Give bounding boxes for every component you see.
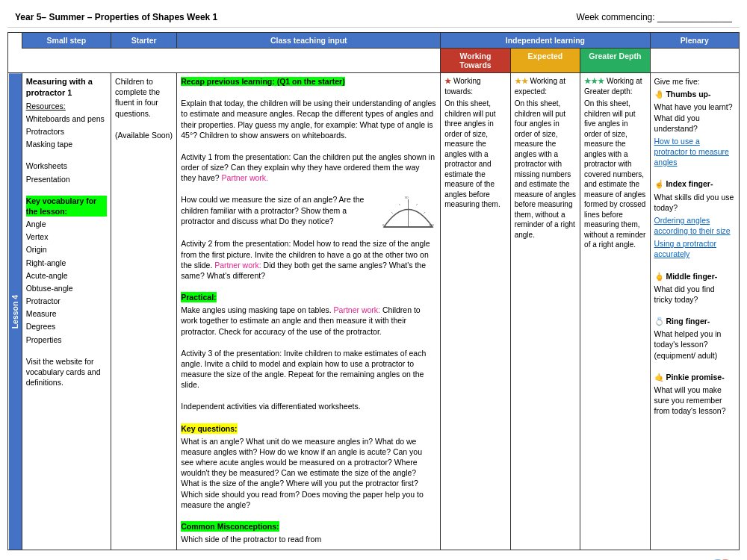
- common-mis-label: Common Misconceptions:: [181, 521, 279, 532]
- vocab-vertex: Vertex: [26, 231, 107, 242]
- svg-line-6: [416, 204, 418, 205]
- working-towards-cell: ★ Working towards: On this sheet, childr…: [441, 73, 510, 550]
- vocab-label: Key vocabulary for the lesson:: [26, 196, 107, 217]
- key-questions-label: Key questions:: [181, 423, 237, 434]
- ordering-link[interactable]: Ordering angles according to their size: [654, 216, 731, 235]
- col-header-ind-learning: Independent learning: [441, 33, 650, 49]
- activity3-text: Activity 3 of the presentation: Invite c…: [181, 348, 436, 391]
- how-to-link[interactable]: How to use a protractor to measure angle…: [654, 137, 729, 167]
- starter-text: Children to complete the fluent in four …: [115, 76, 173, 119]
- footer: www.masterthecurriculum.co.uk Master The…: [7, 550, 740, 560]
- index-text: What skills did you use today?: [654, 192, 735, 213]
- using-link[interactable]: Using a protractor accurately: [654, 239, 716, 258]
- week-commencing: Week commencing: _______________: [576, 12, 732, 22]
- top-header: Year 5– Summer – Properties of Shapes We…: [7, 7, 740, 28]
- footer-logo: Master The Curriculum: [624, 557, 737, 560]
- logo-svg: Master The Curriculum: [692, 557, 737, 560]
- main-table: Small step Starter Class teaching input …: [7, 32, 740, 550]
- starter-available: (Available Soon): [115, 130, 173, 140]
- partner-work-3: Partner work:: [334, 305, 380, 314]
- partner-work-1: Partner work.: [222, 173, 268, 182]
- expected-text: On this sheet, children will put four an…: [515, 99, 576, 240]
- activity2-text: Activity 2 from the presentation: Model …: [181, 238, 436, 281]
- resource-4: Worksheets: [26, 161, 107, 171]
- class-teaching-cell: Recap previous learning: (Q1 on the star…: [177, 73, 441, 550]
- pinkie-text: What will you make sure you remember fro…: [654, 385, 735, 417]
- resource-3: Masking tape: [26, 139, 107, 149]
- svg-line-4: [399, 204, 400, 205]
- resource-1: Whiteboards and pens: [26, 113, 107, 124]
- resource-5: Presentation: [26, 174, 107, 184]
- working-towards-text: On this sheet, children will put three a…: [444, 99, 506, 210]
- middle-emoji: 🖕: [654, 272, 664, 281]
- greater-depth-text: On this sheet, children will put five an…: [584, 99, 645, 250]
- svg-line-7: [424, 212, 425, 214]
- vocab-degrees: Degrees: [26, 321, 107, 332]
- vocab-origin: Origin: [26, 244, 107, 255]
- col-header-greater-depth: Greater Depth: [580, 49, 650, 73]
- col-header-expected: Expected: [510, 49, 580, 73]
- thumb-emoji: 🤚: [654, 90, 664, 99]
- svg-line-3: [391, 212, 393, 214]
- how-could-text: How could we measure the size of an angl…: [181, 194, 374, 226]
- common-mis-text: Which side of the protractor to read fro…: [181, 534, 436, 544]
- website-note: Visit the website for vocabulary cards a…: [26, 356, 107, 388]
- small-step-cell: Measuring with a protractor 1 Resources:…: [22, 73, 111, 550]
- give-five: Give me five:: [654, 76, 735, 87]
- index-label: Index finger-: [666, 179, 713, 188]
- col-header-working-towards: Working Towards: [441, 49, 510, 73]
- starter-cell: Children to complete the fluent in four …: [111, 73, 177, 550]
- ring-emoji: 💍: [654, 317, 664, 326]
- thumb-label: Thumbs up-: [666, 90, 710, 99]
- protractor-svg: 0 90 180: [380, 196, 436, 229]
- vocab-angle: Angle: [26, 219, 107, 229]
- col-header-starter: Starter: [111, 33, 177, 49]
- vocab-obtuse-angle: Obtuse-angle: [26, 283, 107, 293]
- expected-cell: ★★ Working at expected: On this sheet, c…: [510, 73, 580, 550]
- ring-label: Ring finger-: [666, 317, 710, 326]
- vocab-right-angle: Right-angle: [26, 258, 107, 268]
- key-questions-text: What is an angle? What unit do we measur…: [181, 436, 436, 510]
- pinkie-emoji: 🤙: [654, 373, 664, 382]
- resources-label: Resources:: [26, 101, 107, 111]
- pinkie-label: Pinkie promise-: [666, 373, 724, 382]
- greater-depth-cell: ★★★ Working at Greater depth: On this sh…: [580, 73, 650, 550]
- independent-text: Independent activities via differentiate…: [181, 401, 436, 411]
- vocab-protractor: Protractor: [26, 296, 107, 306]
- lesson-label: Lesson 4: [8, 73, 22, 550]
- working-towards-star: ★: [444, 77, 451, 85]
- expected-stars: ★★: [515, 77, 528, 85]
- col-header-plenary: Plenary: [650, 33, 739, 49]
- middle-label: Middle finger-: [666, 272, 717, 281]
- partner-work-2: Partner work:: [214, 261, 261, 270]
- thumb-text: What have you learnt? What did you under…: [654, 102, 735, 134]
- page-title: Year 5– Summer – Properties of Shapes We…: [15, 12, 217, 22]
- practical-text: Make angles using masking tape on tables…: [181, 305, 436, 337]
- practical-label: Practical:: [181, 292, 216, 302]
- plenary-cell: Give me five: 🤚 Thumbs up- What have you…: [650, 73, 739, 550]
- greater-depth-stars: ★★★: [584, 77, 604, 85]
- middle-text: What did you find tricky today?: [654, 284, 735, 305]
- index-emoji: ☝: [654, 179, 664, 188]
- col-header-small-step: Small step: [22, 33, 111, 49]
- vocab-acute-angle: Acute-angle: [26, 270, 107, 281]
- activity1-text: Activity 1 from the presentation: Can th…: [181, 152, 436, 184]
- resource-2: Protractors: [26, 126, 107, 137]
- svg-text:180: 180: [429, 223, 434, 227]
- col-header-class-teaching: Class teaching input: [177, 33, 441, 49]
- protractor-section: How could we measure the size of an angl…: [181, 194, 436, 229]
- vocab-properties: Properties: [26, 335, 107, 345]
- class-para1: Explain that today, the children will be…: [181, 98, 436, 140]
- small-step-title: Measuring with a protractor 1: [26, 76, 107, 99]
- ring-text: What helped you in today's lesson? (equi…: [654, 329, 735, 361]
- recap-label: Recap previous learning: (Q1 on the star…: [181, 77, 344, 86]
- page-wrapper: Year 5– Summer – Properties of Shapes We…: [0, 0, 747, 560]
- svg-text:90: 90: [405, 196, 409, 199]
- vocab-measure: Measure: [26, 308, 107, 319]
